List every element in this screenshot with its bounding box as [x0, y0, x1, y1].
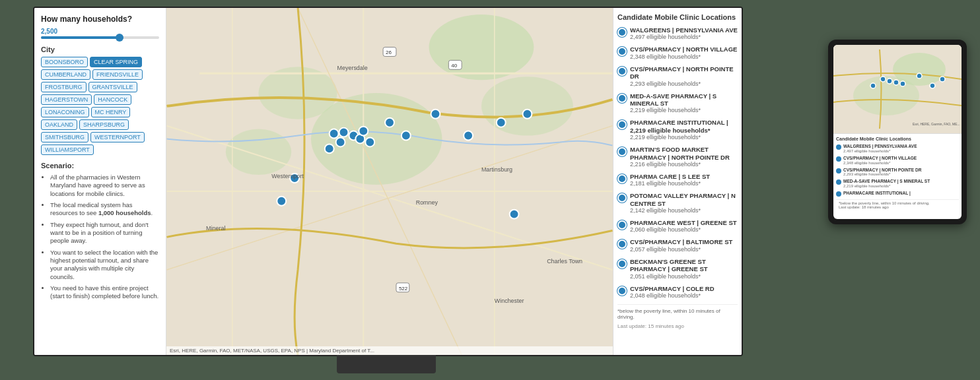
- clinic-item-4: MED-A-SAVE PHARMACY | S MINERAL ST 2,219…: [617, 92, 738, 114]
- tablet-clinic-pin-4: [836, 179, 841, 185]
- clinic-pin-4: [617, 94, 627, 103]
- map-attribution: Esri, HERE, Garmin, FAO, MET/NASA, USGS,…: [166, 346, 613, 355]
- tablet-clinic-info-4: MED-A-SAVE PHARMACY | S MINERAL ST 2,219…: [843, 179, 930, 188]
- svg-point-53: [930, 83, 935, 88]
- clinic-item-10: CVS/PHARMACY | BALTIMORE ST 2,057 elligi…: [617, 238, 738, 252]
- clinic-info-4: MED-A-SAVE PHARMACY | S MINERAL ST 2,219…: [630, 92, 738, 114]
- clinic-pin-2: [617, 47, 627, 56]
- city-tag-westernport[interactable]: WESTERNPORT: [90, 132, 145, 142]
- clinic-info-7: PHARMA CARE | S LEE ST 2,181 elligible h…: [630, 173, 738, 187]
- last-update: Last update: 15 minutes ago: [617, 323, 738, 329]
- city-tag-clear-spring[interactable]: CLEAR SPRING: [90, 57, 142, 67]
- tablet-clinic-item-2: CVS/PHARMACY | NORTH VILLAGE 2,348 ellig…: [836, 156, 959, 165]
- city-tag-hagerstown[interactable]: HAGERSTOWN: [41, 94, 92, 105]
- tablet-right-panel: Candidate Mobile Clinic Locations WALGRE…: [833, 133, 962, 219]
- svg-point-4: [481, 77, 573, 135]
- tablet-clinic-households-3: 2,293 elligible households*: [843, 172, 921, 176]
- tablet-clinic-name-4: MED-A-SAVE PHARMACY | S MINERAL ST: [843, 179, 930, 184]
- city-tag-friendsville[interactable]: FRIENDSVILLE: [92, 69, 143, 80]
- svg-text:40: 40: [451, 63, 457, 69]
- svg-point-27: [522, 110, 532, 119]
- tablet-clinic-pin-1: [836, 144, 841, 150]
- clinic-pin-5: [617, 120, 627, 129]
- clinic-name-3: CVS/PHARMACY | NORTH POINTE DR: [630, 65, 738, 80]
- clinic-pin-7: [617, 174, 627, 183]
- clinic-pin-12: [617, 286, 627, 296]
- svg-point-20: [330, 129, 339, 139]
- scenario-section: Scenario: All of the pharmacies in Weste…: [41, 162, 159, 301]
- clinic-info-6: MARTIN'S FOOD MARKET PHARMACY | NORTH PO…: [630, 146, 738, 168]
- svg-point-22: [385, 118, 394, 127]
- city-tag-grantsville[interactable]: GRANTSVILLE: [88, 82, 137, 92]
- svg-point-17: [365, 138, 374, 147]
- city-tags: BOONSBORO CLEAR SPRING CUMBERLAND FRIEND…: [41, 57, 159, 155]
- clinic-households-5: 2,219 elligible households*: [630, 134, 738, 141]
- households-slider[interactable]: 2,500: [41, 28, 159, 39]
- svg-text:26: 26: [386, 49, 392, 55]
- clinic-pin-3: [617, 67, 627, 76]
- tablet-clinic-name-2: CVS/PHARMACY | NORTH VILLAGE: [843, 156, 917, 161]
- clinic-households-3: 2,293 elligible households*: [630, 80, 738, 87]
- svg-text:522: 522: [399, 286, 407, 292]
- svg-point-23: [402, 131, 411, 141]
- scenario-label: Scenario:: [41, 162, 159, 170]
- households-title: How many households?: [41, 15, 159, 24]
- scenario-item-4: You want to select the location with the…: [50, 249, 159, 281]
- clinic-households-11: 2,051 elligible households*: [630, 273, 738, 280]
- svg-point-21: [325, 144, 334, 153]
- svg-text:Westernport: Westernport: [271, 173, 304, 179]
- tablet-footer: *below the poverty line, within 10 minut…: [836, 199, 959, 210]
- svg-point-48: [887, 79, 892, 84]
- svg-text:Meyersdale: Meyersdale: [337, 65, 368, 71]
- city-tag-mchenry[interactable]: MC HENRY: [91, 107, 131, 117]
- city-tag-boonsboro[interactable]: BOONSBORO: [41, 57, 88, 67]
- tablet-screen: Esri, HERE, Garmin, FAO, ME... Candidate…: [833, 45, 962, 219]
- tablet-clinic-households-1: 2,497 elligible households*: [843, 149, 917, 153]
- tablet-last-update: Last update: 18 minutes ago: [839, 205, 956, 209]
- clinic-name-1: WALGREENS | PENNSYLVANIA AVE: [630, 26, 738, 34]
- city-tag-hancock[interactable]: HANCOCK: [94, 94, 131, 105]
- slider-track[interactable]: [41, 36, 159, 39]
- monitor-screen: How many households? 2,500 City BOONSBOR…: [33, 7, 743, 356]
- clinic-name-6: MARTIN'S FOOD MARKET PHARMACY | NORTH PO…: [630, 146, 738, 161]
- city-tag-lonaconing[interactable]: LONACONING: [41, 107, 89, 117]
- clinic-item-11: BECKMAN'S GREENE ST PHARMACY | GREENE ST…: [617, 258, 738, 280]
- tablet-clinic-item-4: MED-A-SAVE PHARMACY | S MINERAL ST 2,219…: [836, 179, 959, 188]
- tablet-clinic-households-4: 2,219 elligible households*: [843, 184, 930, 188]
- clinic-item-1: WALGREENS | PENNSYLVANIA AVE 2,497 ellig…: [617, 26, 738, 40]
- city-tag-oakland[interactable]: OAKLAND: [41, 119, 77, 130]
- svg-text:Romney: Romney: [416, 199, 438, 206]
- tablet-clinic-name-3: CVS/PHARMACY | NORTH POINTE DR: [843, 168, 921, 173]
- clinic-info-1: WALGREENS | PENNSYLVANIA AVE 2,497 ellig…: [630, 26, 738, 40]
- clinic-info-3: CVS/PHARMACY | NORTH POINTE DR 2,293 ell…: [630, 65, 738, 87]
- city-tag-frostburg[interactable]: FROSTBURG: [41, 82, 87, 92]
- svg-point-49: [893, 80, 899, 85]
- clinic-name-9: PHARMACARE WEST | GREENE ST: [630, 219, 738, 226]
- city-tag-smithsburg[interactable]: SMITHSBURG: [41, 132, 88, 142]
- right-panel-title: Candidate Mobile Clinic Locations: [617, 13, 738, 21]
- clinic-pin-6: [617, 147, 627, 156]
- scenario-item-3: They expect high turnout, and don't want…: [50, 221, 159, 245]
- tablet: Esri, HERE, Garmin, FAO, ME... Candidate…: [828, 40, 967, 224]
- city-tag-cumberland[interactable]: CUMBERLAND: [41, 69, 90, 80]
- clinic-info-10: CVS/PHARMACY | BALTIMORE ST 2,057 elligi…: [630, 238, 738, 252]
- clinic-info-11: BECKMAN'S GREENE ST PHARMACY | GREENE ST…: [630, 258, 738, 280]
- map-area[interactable]: Meyersdale Westernport Martinsburg Romne…: [166, 8, 613, 355]
- tablet-clinic-info-3: CVS/PHARMACY | NORTH POINTE DR 2,293 ell…: [843, 168, 921, 177]
- svg-text:Mineral: Mineral: [206, 225, 225, 232]
- tablet-clinic-households-2: 2,348 elligible households*: [843, 161, 917, 165]
- svg-point-46: [853, 76, 919, 115]
- tablet-clinic-info-5: PHARMACARE INSTITUTIONAL |: [843, 191, 911, 196]
- svg-point-18: [359, 127, 368, 136]
- city-tag-sharpsburg[interactable]: SHARPSBURG: [79, 119, 129, 130]
- city-section-label: City: [41, 46, 159, 53]
- clinic-item-5: PHARMACARE INSTITUTIONAL | 2,219 elligib…: [617, 119, 738, 141]
- svg-point-19: [336, 138, 345, 147]
- clinic-item-9: PHARMACARE WEST | GREENE ST 2,060 elligi…: [617, 219, 738, 233]
- clinic-name-5: PHARMACARE INSTITUTIONAL | 2,219 elligib…: [630, 119, 738, 134]
- svg-point-3: [259, 67, 337, 119]
- clinic-info-2: CVS/PHARMACY | NORTH VILLAGE 2,348 ellig…: [630, 46, 738, 59]
- city-tag-williamsport[interactable]: WILLIAMSPORT: [41, 144, 94, 155]
- slider-thumb[interactable]: [116, 34, 123, 42]
- clinic-item-12: CVS/PHARMACY | COLE RD 2,048 elligible h…: [617, 285, 738, 299]
